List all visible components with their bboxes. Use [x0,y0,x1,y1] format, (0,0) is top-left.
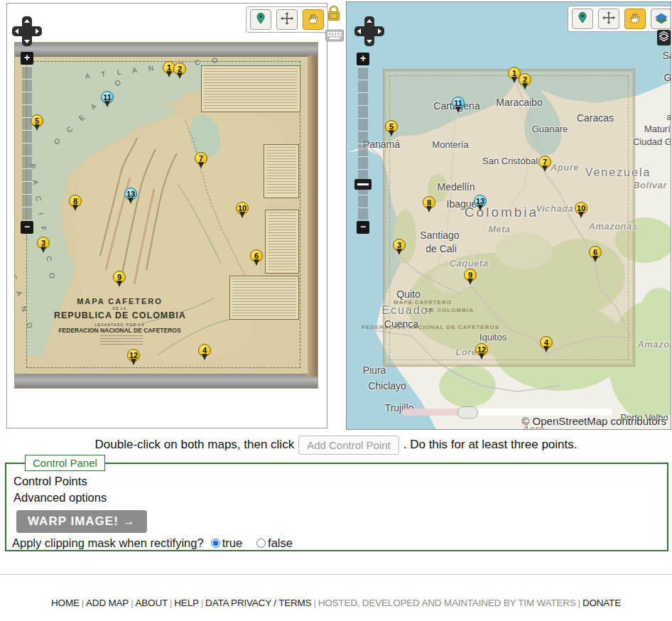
map-title-line3: REPUBLICA DE COLOMBIA [54,310,185,320]
footer-link-help[interactable]: HELP [174,598,198,608]
footer-separator: | [576,598,582,608]
map-label: Vichada [536,203,574,214]
marker-pin-icon [254,11,268,28]
tilted-map-layers-icon [654,11,669,28]
zoom-out-button[interactable]: − [357,221,369,234]
control-point-marker-6[interactable]: 6 [589,246,602,264]
reference-osm-panel[interactable]: + − [346,1,671,430]
lock-zoom-button[interactable] [325,4,345,26]
footer-separator: | [199,598,205,608]
layers-stack-icon [659,31,669,45]
control-point-marker-13[interactable]: 13 [124,188,137,205]
footer-link-add-map[interactable]: ADD MAP [86,598,129,608]
control-point-marker-2[interactable]: 2 [173,63,186,80]
control-point-marker-4[interactable]: 4 [540,336,553,354]
footer-link-donate[interactable]: DONATE [582,598,621,608]
control-point-marker-11[interactable]: 11 [452,97,465,114]
control-point-marker-10[interactable]: 10 [575,202,587,220]
warp-image-button[interactable]: WARP IMAGE! → [16,510,147,533]
overlay-opacity-fill [402,409,465,416]
control-point-number: 6 [589,246,602,259]
control-point-number: 4 [540,336,553,349]
add-control-point-button[interactable]: Add Control Point [298,436,399,455]
scanned-map-image[interactable]: A T L A N T I C O O C E A N O P A C I F … [15,43,318,388]
hand-icon [628,11,642,28]
pan-compass-control[interactable] [354,16,384,46]
map-inset-table [229,276,299,320]
control-panel-legend: Control Panel [25,455,105,471]
clip-false-label[interactable]: false [268,536,293,550]
control-point-marker-6[interactable]: 6 [250,249,263,267]
advanced-options-link[interactable]: Advanced options [13,491,663,504]
control-point-marker-8[interactable]: 8 [423,196,435,214]
zoom-slider-handle[interactable] [354,179,372,190]
map-label: Piura [363,364,386,376]
map-label: Amazonas [637,339,671,350]
footer-link-data-privacy-terms[interactable]: DATA PRIVACY / TERMS [205,598,311,608]
control-point-marker-10[interactable]: 10 [236,202,249,220]
zoom-in-button[interactable]: + [21,52,33,65]
add-control-point-tool-button[interactable] [250,9,271,30]
control-point-number: 9 [464,269,477,281]
control-point-marker-7[interactable]: 7 [195,152,207,170]
map-label: MAPA CAFETERO [394,299,452,306]
control-point-marker-9[interactable]: 9 [464,269,477,286]
control-point-marker-9[interactable]: 9 [113,271,126,288]
control-point-marker-12[interactable]: 12 [127,349,140,367]
map-title-small-print [100,335,143,347]
zoom-slider-track[interactable] [358,67,368,220]
panel-link-controls [325,4,345,45]
zoom-in-button[interactable]: + [357,53,369,65]
control-point-marker-3[interactable]: 3 [393,239,406,256]
map-label: Venezuela [585,166,651,179]
control-point-marker-2[interactable]: 2 [519,73,531,91]
control-point-marker-3[interactable]: 3 [37,237,50,254]
control-point-marker-13[interactable]: 13 [474,195,487,212]
scan-edge [308,55,318,377]
footer-nav: HOME|ADD MAP|ABOUT|HELP|DATA PRIVACY / T… [0,598,672,608]
control-point-marker-5[interactable]: 5 [385,120,398,138]
zoom-slider-track[interactable] [22,66,32,220]
control-point-marker-5[interactable]: 5 [31,114,43,132]
clip-true-radio[interactable] [211,539,220,548]
control-point-number: 10 [236,202,249,215]
move-control-point-tool-button[interactable] [276,9,298,30]
control-point-marker-11[interactable]: 11 [101,91,114,109]
pan-tool-button[interactable] [624,9,646,29]
zoom-out-button[interactable]: − [21,221,33,234]
layer-switcher-button[interactable] [657,30,671,45]
control-points-link[interactable]: Control Points [13,475,663,488]
clip-true-label[interactable]: true [222,536,242,550]
scan-roller-top [15,43,318,57]
hand-icon [306,11,320,28]
keyboard-shortcuts-button[interactable] [325,28,345,45]
add-control-point-tool-button[interactable] [572,9,593,29]
pan-tool-button[interactable] [303,9,324,30]
control-point-marker-12[interactable]: 12 [475,343,488,361]
scan-roller-bottom [15,374,318,388]
control-point-marker-4[interactable]: 4 [198,344,211,362]
footer-separator: | [80,598,86,608]
map-label: Chiclayo [368,380,406,392]
map-label: Sa [662,50,671,61]
instruction-text-after: . Do this for at least three points. [403,438,578,452]
control-point-marker-7[interactable]: 7 [538,156,551,173]
original-map-panel[interactable]: A T L A N T I C O O C E A N O P A C I F … [6,3,327,428]
control-point-number: 6 [250,249,263,262]
control-point-number: 12 [475,343,488,356]
move-control-point-tool-button[interactable] [598,9,619,29]
clip-false-radio[interactable] [256,539,266,548]
map-label: Iquitos [479,332,506,342]
map-inset-table [264,144,299,198]
footer-separator: | [311,598,318,608]
map-label: Amazonas [588,221,637,232]
footer-link-home[interactable]: HOME [51,598,80,608]
pan-compass-control[interactable] [12,16,42,46]
overlay-opacity-handle[interactable] [457,406,478,418]
right-map-toolbar [568,6,671,32]
control-point-marker-8[interactable]: 8 [69,195,82,212]
basemap-select-button[interactable] [651,9,671,29]
footer-link-about[interactable]: ABOUT [135,598,168,608]
control-point-number: 2 [519,73,531,86]
control-point-number: 9 [113,271,126,284]
